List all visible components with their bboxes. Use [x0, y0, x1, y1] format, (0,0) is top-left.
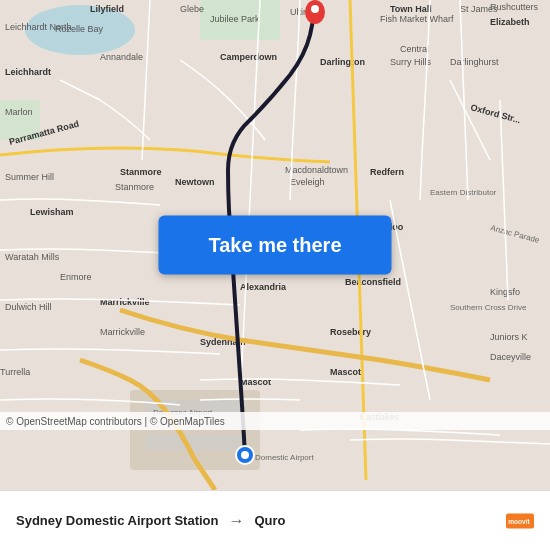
svg-text:Town Hall: Town Hall — [390, 4, 432, 14]
svg-text:Surry Hills: Surry Hills — [390, 57, 432, 67]
svg-text:Eastern Distributor: Eastern Distributor — [430, 188, 497, 197]
destination-label: Quro — [255, 513, 286, 528]
svg-text:Jubilee Park: Jubilee Park — [210, 14, 260, 24]
svg-text:Southern Cross Drive: Southern Cross Drive — [450, 303, 527, 312]
svg-text:Central: Central — [400, 44, 429, 54]
svg-text:Stanmore: Stanmore — [120, 167, 162, 177]
svg-text:Daceyville: Daceyville — [490, 352, 531, 362]
svg-text:Macdonaldtown: Macdonaldtown — [285, 165, 348, 175]
svg-text:Redfern: Redfern — [370, 167, 404, 177]
svg-text:Dulwich Hill: Dulwich Hill — [5, 302, 52, 312]
svg-text:Beaconsfield: Beaconsfield — [345, 277, 401, 287]
svg-text:Leichhardt North: Leichhardt North — [5, 22, 72, 32]
svg-text:Darlington: Darlington — [320, 57, 365, 67]
map-container: Rozelle Bay Jubilee Park Domesac Airport… — [0, 0, 550, 490]
svg-text:Fish Market Wharf: Fish Market Wharf — [380, 14, 454, 24]
moovit-logo-icon: moovit — [506, 507, 534, 535]
svg-text:Darlinghurst: Darlinghurst — [450, 57, 499, 67]
svg-text:Annandale: Annandale — [100, 52, 143, 62]
svg-text:Rosebery: Rosebery — [330, 327, 371, 337]
origin-label: Sydney Domestic Airport Station — [16, 513, 219, 528]
bottom-bar: Sydney Domestic Airport Station → Quro m… — [0, 490, 550, 550]
svg-text:Elizabeth: Elizabeth — [490, 17, 530, 27]
svg-text:Camperdown: Camperdown — [220, 52, 277, 62]
svg-point-61 — [311, 5, 319, 13]
svg-text:Marlon: Marlon — [5, 107, 33, 117]
attribution-bar: © OpenStreetMap contributors | © OpenMap… — [0, 412, 550, 430]
svg-text:Domestic Airport: Domestic Airport — [255, 453, 314, 462]
svg-text:Mascot: Mascot — [330, 367, 361, 377]
svg-text:Rushcutters: Rushcutters — [490, 2, 539, 12]
moovit-logo: moovit — [506, 507, 534, 535]
svg-text:Enmore: Enmore — [60, 272, 92, 282]
svg-text:Leichhardt: Leichhardt — [5, 67, 51, 77]
svg-rect-9 — [145, 435, 245, 450]
svg-text:Turrella: Turrella — [0, 367, 30, 377]
svg-point-59 — [241, 451, 249, 459]
svg-text:Marrickville: Marrickville — [100, 297, 150, 307]
svg-text:Glebe: Glebe — [180, 4, 204, 14]
arrow-icon: → — [229, 512, 245, 530]
svg-text:Alexandria: Alexandria — [240, 282, 287, 292]
svg-text:Kingsfo: Kingsfo — [490, 287, 520, 297]
route-info: Sydney Domestic Airport Station → Quro — [16, 512, 506, 530]
svg-text:Summer Hill: Summer Hill — [5, 172, 54, 182]
svg-text:Marrickville: Marrickville — [100, 327, 145, 337]
svg-text:Juniors K: Juniors K — [490, 332, 528, 342]
svg-text:Newtown: Newtown — [175, 177, 215, 187]
svg-text:Waratah Mills: Waratah Mills — [5, 252, 60, 262]
svg-text:moovit: moovit — [508, 517, 530, 524]
svg-text:Lilyfield: Lilyfield — [90, 4, 124, 14]
svg-text:Stanmore: Stanmore — [115, 182, 154, 192]
svg-text:Eveleigh: Eveleigh — [290, 177, 325, 187]
svg-text:Lewisham: Lewisham — [30, 207, 74, 217]
take-me-there-button[interactable]: Take me there — [158, 216, 391, 275]
attribution-text: © OpenStreetMap contributors | © OpenMap… — [6, 416, 225, 427]
app-container: Rozelle Bay Jubilee Park Domesac Airport… — [0, 0, 550, 550]
